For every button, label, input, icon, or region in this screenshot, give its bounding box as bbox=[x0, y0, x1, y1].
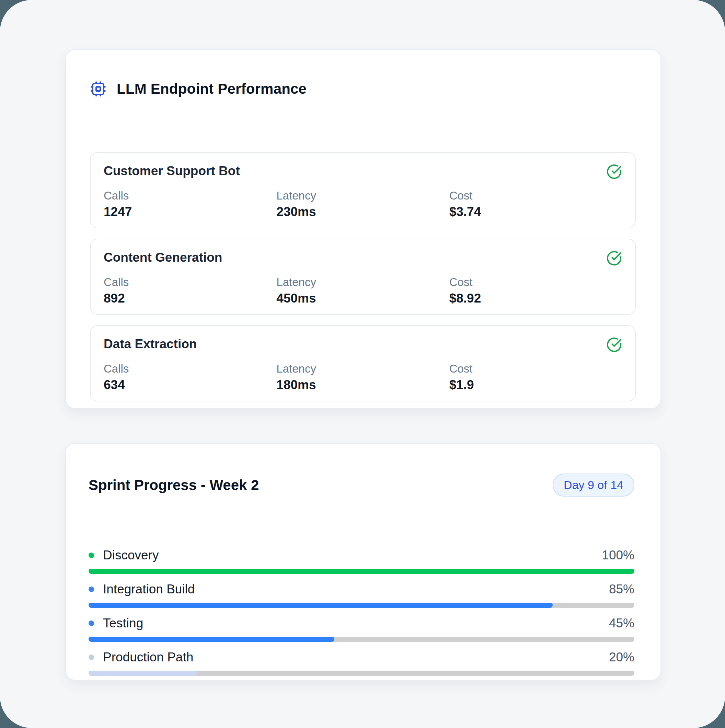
endpoint-card-top: Data Extraction bbox=[104, 337, 622, 353]
metric-value: 1247 bbox=[104, 205, 276, 219]
metric-value: $8.92 bbox=[449, 291, 622, 306]
endpoint-name: Data Extraction bbox=[104, 337, 197, 351]
metric-value: 634 bbox=[104, 378, 276, 392]
check-circle-icon bbox=[606, 250, 622, 266]
phase-status-dot bbox=[89, 621, 94, 626]
progress-bar-fill bbox=[89, 603, 553, 608]
sprint-day-badge: Day 9 of 14 bbox=[553, 474, 634, 497]
phase-label-line: Testing 45% bbox=[89, 616, 634, 630]
sprint-card-title: Sprint Progress - Week 2 bbox=[89, 477, 259, 494]
check-circle-icon bbox=[606, 337, 622, 353]
sprint-progress-card: Sprint Progress - Week 2 Day 9 of 14 Dis… bbox=[65, 443, 661, 681]
metric-label: Cost bbox=[449, 362, 622, 375]
sprint-card-header: Sprint Progress - Week 2 Day 9 of 14 bbox=[89, 465, 634, 505]
metric: Calls 1247 bbox=[104, 189, 276, 219]
phase-name: Production Path bbox=[103, 650, 193, 664]
phase-list: Discovery 100% Integration Build 85% Tes… bbox=[89, 548, 634, 676]
metrics-grid: Calls 634 Latency 180ms Cost $1.9 bbox=[104, 362, 622, 392]
metric-label: Latency bbox=[276, 189, 449, 202]
phase-percent: 85% bbox=[609, 582, 634, 596]
phase-label-line: Discovery 100% bbox=[89, 548, 634, 563]
phase-status-dot bbox=[89, 552, 94, 558]
endpoint-card: Data Extraction Calls 634 Latency 180ms … bbox=[90, 325, 636, 401]
metrics-grid: Calls 1247 Latency 230ms Cost $3.74 bbox=[104, 189, 622, 219]
phase-status-dot bbox=[89, 655, 94, 660]
phase-name: Discovery bbox=[103, 548, 159, 563]
cpu-chip-icon bbox=[90, 81, 107, 97]
progress-bar-fill bbox=[89, 637, 334, 642]
metric-label: Cost bbox=[449, 189, 622, 202]
metric-label: Cost bbox=[449, 276, 622, 289]
metric-value: $1.9 bbox=[449, 378, 622, 392]
metric-value: 230ms bbox=[276, 205, 449, 219]
endpoint-card: Customer Support Bot Calls 1247 Latency … bbox=[90, 152, 636, 228]
metric: Cost $8.92 bbox=[449, 276, 622, 306]
phase-status-dot bbox=[89, 587, 94, 592]
metric-value: $3.74 bbox=[449, 205, 622, 219]
app-page: LLM Endpoint Performance Customer Suppor… bbox=[0, 0, 725, 728]
endpoint-name: Content Generation bbox=[104, 250, 222, 265]
phase-name: Testing bbox=[103, 616, 143, 630]
endpoint-card-top: Customer Support Bot bbox=[104, 164, 622, 180]
phase-row: Production Path 20% bbox=[89, 650, 634, 676]
metric: Calls 892 bbox=[104, 276, 276, 306]
progress-bar-track bbox=[89, 637, 634, 642]
progress-bar-fill bbox=[89, 671, 198, 676]
progress-bar-track bbox=[89, 569, 634, 574]
phase-row: Integration Build 85% bbox=[89, 582, 634, 608]
phase-percent: 45% bbox=[609, 616, 634, 630]
metric: Cost $1.9 bbox=[449, 362, 622, 392]
metric-label: Calls bbox=[104, 276, 276, 289]
metric-label: Calls bbox=[104, 362, 276, 375]
phase-label-line: Integration Build 85% bbox=[89, 582, 634, 596]
metric: Calls 634 bbox=[104, 362, 276, 392]
phase-label-line: Production Path 20% bbox=[89, 650, 634, 664]
llm-endpoint-performance-card: LLM Endpoint Performance Customer Suppor… bbox=[65, 49, 661, 409]
phase-percent: 20% bbox=[609, 650, 634, 664]
check-circle-icon bbox=[606, 164, 622, 180]
phase-name: Integration Build bbox=[103, 582, 195, 596]
endpoint-name: Customer Support Bot bbox=[104, 164, 240, 178]
progress-bar-track bbox=[89, 671, 634, 676]
metric-value: 180ms bbox=[276, 378, 449, 392]
metric: Latency 450ms bbox=[276, 276, 449, 306]
phase-row: Discovery 100% bbox=[89, 548, 634, 574]
phase-percent: 100% bbox=[602, 548, 634, 563]
metric-value: 892 bbox=[104, 291, 276, 306]
progress-bar-fill bbox=[89, 569, 634, 574]
metric-label: Latency bbox=[276, 362, 449, 375]
endpoint-list: Customer Support Bot Calls 1247 Latency … bbox=[90, 152, 636, 401]
metrics-grid: Calls 892 Latency 450ms Cost $8.92 bbox=[104, 276, 622, 306]
metric-label: Latency bbox=[276, 276, 449, 289]
endpoint-card-top: Content Generation bbox=[104, 250, 622, 266]
metric: Cost $3.74 bbox=[449, 189, 622, 219]
metric-label: Calls bbox=[104, 189, 276, 202]
metric: Latency 180ms bbox=[276, 362, 449, 392]
progress-bar-track bbox=[89, 603, 634, 608]
llm-card-header: LLM Endpoint Performance bbox=[90, 71, 636, 107]
endpoint-card: Content Generation Calls 892 Latency 450… bbox=[90, 239, 636, 315]
metric-value: 450ms bbox=[276, 291, 449, 306]
llm-card-title: LLM Endpoint Performance bbox=[117, 81, 307, 97]
phase-row: Testing 45% bbox=[89, 616, 634, 642]
metric: Latency 230ms bbox=[276, 189, 449, 219]
